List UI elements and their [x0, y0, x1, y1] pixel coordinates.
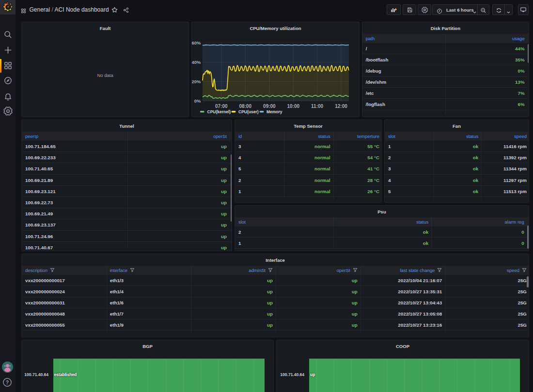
svg-text:12:00: 12:00 — [335, 104, 348, 109]
svg-text:CPU(kernel): CPU(kernel) — [207, 109, 231, 114]
svg-text:09:00: 09:00 — [263, 104, 276, 109]
svg-text:08:00: 08:00 — [239, 104, 252, 109]
svg-text:?: ? — [6, 380, 9, 385]
svg-text:Memory: Memory — [266, 109, 282, 114]
svg-text:60%: 60% — [192, 40, 201, 45]
svg-text:11:00: 11:00 — [311, 104, 323, 109]
svg-text:07:00: 07:00 — [215, 104, 228, 109]
svg-text:0%: 0% — [194, 98, 201, 104]
svg-text:40%: 40% — [192, 59, 201, 64]
svg-text:10:00: 10:00 — [287, 104, 300, 109]
svg-text:20%: 20% — [192, 78, 201, 84]
svg-text:CPU(user): CPU(user) — [238, 109, 259, 114]
